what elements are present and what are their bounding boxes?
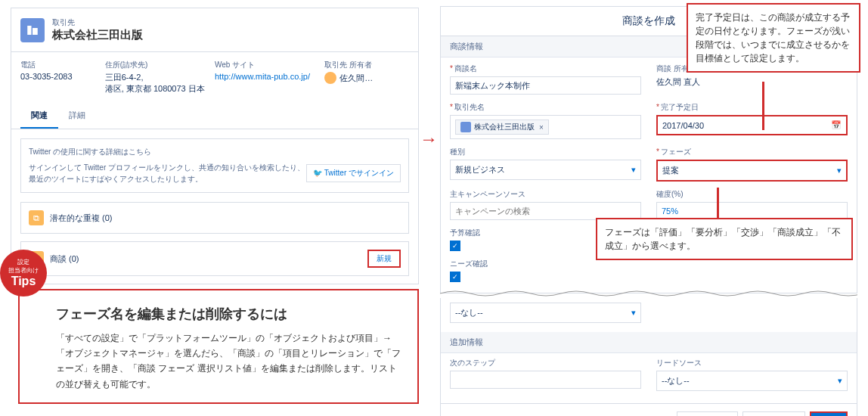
related-opportunities[interactable]: 🛍 商談 (0) 新規 [20, 241, 409, 276]
chevron-down-icon: ▾ [631, 308, 636, 318]
twitter-title: Twitter の使用に関する詳細はこちら [29, 147, 401, 157]
svg-rect-1 [33, 28, 38, 35]
save-button[interactable]: 保存 [810, 411, 848, 416]
account-record-panel: 取引先 株式会社三田出版 電話 03-3035-2083 住所(請求先) 三田6… [11, 8, 419, 284]
duplicate-icon: ⧉ [29, 210, 44, 225]
twitter-desc: サインインして Twitter プロフィールをリンクし、共通の知り合いを検索した… [29, 162, 306, 185]
record-tabs: 関連 詳細 [11, 104, 418, 129]
account-icon [20, 18, 45, 42]
website-link[interactable]: http://www.mita-pub.co.jp/ [215, 72, 310, 81]
campaign-label: 主キャンペーンソース [450, 189, 641, 200]
section-additional-info: 追加情報 [441, 332, 857, 353]
modal-lower: --なし-- ▾ 追加情報 次のステップ リードソース --なし-- ▾ [440, 298, 857, 416]
twitter-icon: 🐦 [313, 169, 322, 177]
opp-owner-value: 佐久間 直人 [656, 76, 848, 88]
address-line2: 港区, 東京都 1080073 日本 [105, 83, 215, 95]
highlight-fields: 電話 03-3035-2083 住所(請求先) 三田6-4-2, 港区, 東京都… [11, 52, 418, 99]
remove-pill-icon[interactable]: × [539, 123, 544, 132]
opp-name-label: 商談名 [450, 64, 641, 74]
opp-name-input[interactable] [450, 76, 641, 95]
next-step-label: 次のステップ [450, 358, 641, 368]
record-type-label: 取引先 [52, 17, 143, 28]
callout-connector [717, 188, 719, 219]
decision-select[interactable]: --なし-- ▾ [450, 303, 641, 323]
address-line1: 三田6-4-2, [105, 72, 215, 83]
svg-rect-0 [27, 26, 31, 35]
phone-label: 電話 [20, 60, 105, 70]
cancel-button[interactable]: キャンセル [677, 411, 738, 416]
twitter-card: Twitter の使用に関する詳細はこちら サインインして Twitter プロ… [20, 138, 409, 193]
account-lookup[interactable]: 株式会社三田出版× [450, 115, 641, 139]
related-duplicates[interactable]: ⧉ 潜在的な重複 (0) [20, 202, 409, 234]
probability-label: 確度(%) [656, 189, 848, 200]
account-pill-text: 株式会社三田出版 [474, 122, 535, 132]
needs-label: ニーズ確認 [450, 259, 641, 269]
close-date-label: 完了予定日 [656, 102, 848, 113]
save-and-new-button[interactable]: 保存 & 新規 [742, 411, 805, 416]
wavy-separator [440, 289, 857, 298]
type-select[interactable]: 新規ビジネス ▾ [450, 160, 641, 180]
chevron-down-icon: ▾ [837, 166, 842, 175]
phase-value: 提案 [662, 165, 679, 176]
chevron-down-icon: ▾ [631, 165, 636, 175]
opportunities-title: 商談 (0) [50, 253, 367, 265]
tips-title: フェーズ名を編集または削除するには [56, 303, 402, 326]
phase-select[interactable]: 提案 ▾ [656, 160, 848, 182]
modal-footer: キャンセル 保存 & 新規 保存 [441, 403, 857, 416]
chevron-down-icon: ▾ [838, 376, 842, 386]
website-label: Web サイト [215, 60, 324, 70]
phase-label: フェーズ [656, 147, 848, 157]
close-date-input[interactable]: 2017/04/30 📅 [656, 115, 848, 135]
tips-box: フェーズ名を編集または削除するには 「すべての設定」で「プラットフォームツール」… [18, 289, 419, 404]
calendar-icon[interactable]: 📅 [831, 120, 842, 130]
tips-badge: 設定 担当者向け Tips [0, 250, 47, 296]
record-name: 株式会社三田出版 [52, 28, 143, 42]
next-step-input[interactable] [450, 371, 641, 389]
address-label: 住所(請求先) [105, 60, 215, 70]
type-label: 種別 [450, 147, 641, 157]
account-pill-icon [460, 122, 471, 132]
close-date-value: 2017/04/30 [662, 121, 704, 130]
owner-label: 取引先 所有者 [324, 60, 409, 70]
twitter-signin-button[interactable]: 🐦Twitter でサインイン [306, 164, 401, 182]
callout-phase: フェーズは「評価」「要分析」「交渉」「商談成立」「不成立」から選べます。 [596, 218, 853, 260]
tab-detail[interactable]: 詳細 [58, 104, 96, 129]
avatar [324, 72, 336, 84]
needs-checkbox[interactable]: ✓ [450, 272, 460, 282]
budget-checkbox[interactable]: ✓ [450, 241, 460, 251]
account-name-label: 取引先名 [450, 102, 641, 113]
record-header: 取引先 株式会社三田出版 [11, 8, 418, 52]
lead-source-select[interactable]: --なし-- ▾ [656, 371, 848, 391]
callout-close-date: 完了予定日は、この商談が成立する予定の日付となります。フェーズが浅い段階では、い… [687, 3, 860, 73]
duplicates-title: 潜在的な重複 (0) [50, 213, 401, 224]
callout-connector [762, 82, 764, 130]
tips-body: 「すべての設定」で「プラットフォームツール」の「オブジェクトおよび項目」→「オブ… [56, 331, 402, 393]
lead-source-label: リードソース [656, 358, 848, 368]
type-value: 新規ビジネス [455, 164, 505, 175]
owner-name: 佐久間… [339, 73, 373, 84]
tab-related[interactable]: 関連 [20, 104, 58, 129]
phone-value: 03-3035-2083 [20, 72, 105, 81]
arrow-icon: → [420, 129, 438, 150]
new-opportunity-button[interactable]: 新規 [367, 250, 401, 268]
